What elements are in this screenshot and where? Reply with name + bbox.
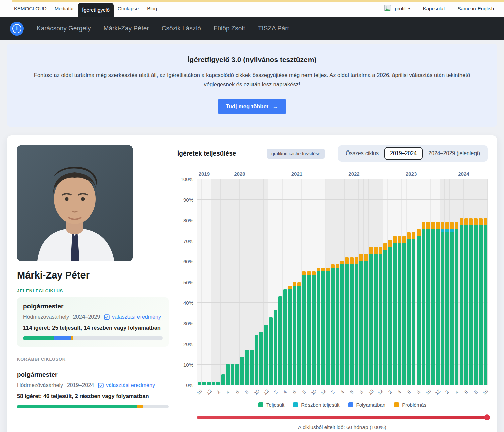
- info-icon[interactable]: i: [10, 22, 24, 36]
- chart-bar-2023-04: [397, 179, 402, 385]
- legend-item[interactable]: Folyamatban: [348, 402, 386, 408]
- x-axis-label: 6: [406, 389, 412, 395]
- chart-bar-2020-09: [249, 179, 254, 385]
- promise-progressbar: [17, 405, 169, 408]
- top-tab-médiatár[interactable]: Médiatár: [51, 2, 78, 15]
- cycle-toggle[interactable]: Összes ciklus: [340, 147, 384, 160]
- chart-column: Ígéretek teljesülése grafikon cache fris…: [177, 145, 488, 430]
- x-axis-label: 6: [234, 389, 240, 395]
- subnav-link[interactable]: Fülöp Zsolt: [214, 25, 245, 32]
- chart-bar-2021-04: [283, 179, 287, 385]
- chart-bar-2022-03: [335, 179, 340, 385]
- year-label: 2022: [348, 171, 359, 177]
- subnav-link[interactable]: Csőzik László: [162, 25, 201, 32]
- refresh-cache-button[interactable]: grafikon cache frissítése: [267, 149, 325, 159]
- x-axis-label: 8: [244, 389, 250, 395]
- cycle-years: 2024–2029: [73, 314, 100, 320]
- slider-caption: A ciklusból eltelt idő: 60 hónap (100%): [197, 424, 488, 430]
- year-label: 2024: [458, 171, 469, 177]
- hero-banner: Ígéretfigyelő 3.0 (nyilvános tesztüzem) …: [7, 44, 497, 127]
- cycle-years: 2019–2024: [67, 382, 94, 388]
- y-axis-label: 30%: [183, 320, 197, 326]
- election-result-link[interactable]: választási eredmény: [104, 314, 161, 320]
- brand-kemocloud[interactable]: KEMOCLOUD: [10, 2, 51, 15]
- learn-more-button[interactable]: Tudj meg többet →: [218, 99, 286, 114]
- subnav-link[interactable]: Márki-Zay Péter: [104, 25, 149, 32]
- legend-item[interactable]: Részben teljesült: [293, 402, 339, 408]
- chart-bar-2024-04: [454, 179, 459, 385]
- x-axis-label: 2: [330, 389, 336, 395]
- x-axis-label: 10: [482, 388, 489, 396]
- city: Hódmezővásárhely: [17, 382, 63, 388]
- progress-segment-green: [17, 405, 137, 408]
- contact-link[interactable]: Kapcsolat: [423, 6, 445, 11]
- top-tab-címlapse[interactable]: Címlapse: [114, 2, 143, 15]
- legend-swatch-green: [258, 402, 263, 407]
- person-name: Márki-Zay Péter: [17, 270, 169, 281]
- election-result-link[interactable]: választási eredmény: [98, 382, 155, 388]
- role-title: polgármester: [23, 303, 163, 310]
- chart-bar-2024-07: [468, 179, 473, 385]
- chart-bar-2020-05: [230, 179, 235, 385]
- checkbox-check-icon: [104, 314, 110, 320]
- chart-bar-2021-01: [268, 179, 273, 385]
- chevron-down-icon: ▾: [408, 7, 410, 10]
- chart-bar-2024-09: [478, 179, 483, 385]
- x-axis-label: 4: [454, 389, 460, 395]
- hero-description: Fontos: az oldal tartalma még szerkeszté…: [21, 70, 483, 89]
- chart-bar-2021-11: [316, 179, 321, 385]
- chart-bar-2019-10: [197, 179, 202, 385]
- top-nav-tabs: KEMOCLOUD MédiatárÍgéretfigyelőCímlapseB…: [10, 0, 161, 17]
- chart-bar-2024-10: [483, 179, 488, 385]
- language-link[interactable]: Same in English: [458, 6, 494, 11]
- subnav-links: Karácsony GergelyMárki-Zay PéterCsőzik L…: [37, 25, 289, 32]
- chart-bar-2023-06: [407, 179, 411, 385]
- chart-bar-2021-09: [306, 179, 311, 385]
- subnav-link[interactable]: TISZA Párt: [258, 25, 289, 32]
- legend-item[interactable]: Problémás: [394, 402, 426, 408]
- chart-bar-2023-12: [435, 179, 440, 385]
- progress-segment-green: [23, 336, 54, 340]
- chart-bar-2020-01: [211, 179, 216, 385]
- progress-segment-orange: [137, 405, 142, 408]
- chart-bar-2022-10: [369, 179, 373, 385]
- chart-bar-2022-04: [340, 179, 345, 385]
- chart-bar-2024-05: [459, 179, 464, 385]
- avatar-broken-image-icon: [384, 4, 392, 13]
- x-axis-label: 8: [473, 389, 479, 395]
- chart-bar-2024-08: [473, 179, 478, 385]
- slider-thumb[interactable]: [484, 414, 490, 420]
- previous-cycles-label: KORÁBBI CIKLUSOK: [17, 357, 169, 362]
- chart-bar-2020-04: [225, 179, 230, 385]
- y-axis-label: 90%: [183, 197, 197, 202]
- x-axis-label: 4: [282, 389, 288, 395]
- x-axis-label: 2: [444, 389, 450, 395]
- cycle-toggle[interactable]: 2019–2024: [384, 147, 423, 160]
- chart-bar-2021-12: [321, 179, 326, 385]
- chart-bar-2024-02: [445, 179, 449, 385]
- x-axis-label: 8: [301, 389, 307, 395]
- city: Hódmezővásárhely: [23, 314, 69, 320]
- chart-bar-2020-12: [264, 179, 268, 385]
- chart-bar-2023-05: [402, 179, 406, 385]
- legend-item[interactable]: Teljesült: [258, 402, 284, 408]
- role-title: polgármester: [17, 371, 169, 378]
- chart-bar-2023-09: [421, 179, 426, 385]
- chart-bar-2022-12: [378, 179, 383, 385]
- top-tab-blog[interactable]: Blog: [143, 2, 161, 15]
- profile-menu[interactable]: profil ▾: [384, 4, 410, 13]
- x-axis-label: 2: [387, 389, 393, 395]
- subnav-link[interactable]: Karácsony Gergely: [37, 25, 91, 32]
- y-axis-label: 50%: [183, 279, 197, 285]
- slider-track[interactable]: [197, 416, 488, 419]
- y-axis-label: 60%: [183, 259, 197, 264]
- chart-bar-2024-03: [450, 179, 454, 385]
- elapsed-time-slider[interactable]: [197, 414, 488, 420]
- cycle-toggle[interactable]: 2024–2029 (jelenlegi): [423, 147, 486, 160]
- x-axis-label: 6: [463, 389, 469, 395]
- chart-bar-2022-06: [349, 179, 354, 385]
- y-axis-label: 20%: [183, 341, 197, 347]
- year-label: 2019: [199, 171, 210, 177]
- top-tab-ígéretfigyelő[interactable]: Ígéretfigyelő: [78, 3, 114, 17]
- chart-bar-2022-11: [373, 179, 378, 385]
